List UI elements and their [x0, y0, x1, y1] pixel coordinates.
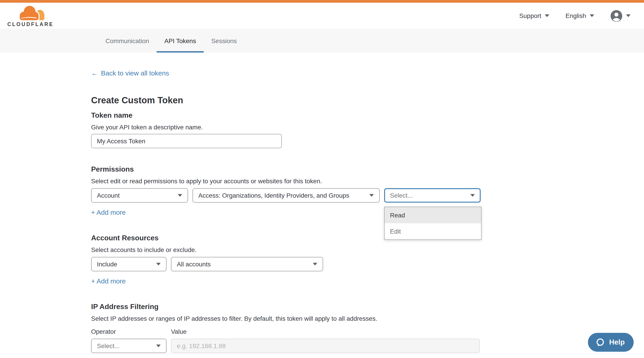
chevron-down-icon [470, 194, 475, 197]
ip-filtering-row: Select... [91, 339, 644, 353]
dropdown-option-read[interactable]: Read [384, 207, 481, 223]
tab-label: Communication [106, 37, 149, 44]
header-nav: Support English [519, 10, 630, 22]
language-menu[interactable]: English [566, 12, 594, 19]
permissions-add-more-link[interactable]: + Add more [91, 209, 126, 216]
language-menu-label: English [566, 12, 586, 19]
permission-level-select[interactable]: Select... [384, 188, 481, 203]
header: CLOUDFLARE Support English [0, 3, 644, 29]
permission-scope-value: Account [97, 192, 120, 199]
tab-label: API Tokens [164, 37, 196, 44]
ip-filtering-heading: IP Address Filtering [91, 303, 644, 311]
tab-label: Sessions [212, 37, 237, 44]
token-name-description: Give your API token a descriptive name. [91, 124, 644, 131]
resource-accounts-select[interactable]: All accounts [171, 257, 323, 271]
value-label: Value [171, 328, 187, 335]
resource-mode-value: Include [97, 260, 117, 268]
permissions-description: Select edit or read permissions to apply… [91, 177, 644, 185]
permission-resource-select[interactable]: Access: Organizations, Identity Provider… [192, 188, 380, 203]
tab-api-tokens[interactable]: API Tokens [157, 29, 204, 53]
page: CLOUDFLARE Support English Com [0, 0, 644, 358]
operator-label: Operator [91, 328, 171, 335]
brand-accent-bar [0, 0, 644, 3]
permission-resource-value: Access: Organizations, Identity Provider… [198, 192, 349, 199]
page-title: Create Custom Token [91, 94, 644, 106]
resource-mode-select[interactable]: Include [91, 257, 166, 271]
ip-filtering-labels: Operator Value [91, 328, 644, 335]
chevron-down-icon [369, 194, 374, 197]
chevron-down-icon [156, 263, 161, 265]
ip-operator-select[interactable]: Select... [91, 339, 166, 353]
tab-communication[interactable]: Communication [98, 29, 157, 53]
chat-bubble-icon [596, 337, 605, 347]
cloudflare-logo[interactable]: CLOUDFLARE [8, 5, 53, 27]
permission-scope-select[interactable]: Account [91, 188, 188, 203]
left-arrow-icon: ← [91, 69, 98, 78]
dropdown-option-edit[interactable]: Edit [384, 223, 481, 239]
account-resources-add-more-link[interactable]: + Add more [91, 278, 126, 285]
account-resources-row: Include All accounts [91, 257, 644, 271]
support-menu[interactable]: Support [519, 12, 549, 19]
token-name-input[interactable] [91, 134, 282, 148]
tab-sessions[interactable]: Sessions [204, 29, 244, 53]
chevron-down-icon [156, 344, 161, 347]
account-resources-heading: Account Resources [91, 234, 644, 242]
chevron-down-icon [590, 14, 594, 17]
account-menu[interactable] [610, 10, 630, 22]
chevron-down-icon [313, 263, 317, 265]
permission-level-placeholder: Select... [390, 192, 413, 199]
back-link-label: Back to view all tokens [101, 69, 169, 78]
cloudflare-cloud-icon [16, 5, 45, 22]
permissions-row: Account Access: Organizations, Identity … [91, 188, 644, 203]
help-button-label: Help [609, 338, 625, 346]
user-avatar-icon [610, 10, 622, 22]
chevron-down-icon [545, 14, 549, 17]
ip-value-input[interactable] [171, 339, 480, 353]
chevron-down-icon [626, 14, 630, 17]
token-name-heading: Token name [91, 111, 644, 120]
chevron-down-icon [178, 194, 182, 197]
tab-bar: Communication API Tokens Sessions [0, 29, 644, 53]
main-content: ← Back to view all tokens Create Custom … [0, 53, 644, 353]
ip-operator-placeholder: Select... [97, 342, 120, 349]
help-button[interactable]: Help [588, 333, 634, 352]
back-to-tokens-link[interactable]: ← Back to view all tokens [91, 69, 169, 78]
ip-filtering-description: Select IP addresses or ranges of IP addr… [91, 315, 644, 322]
account-resources-description: Select accounts to include or exclude. [91, 246, 644, 253]
support-menu-label: Support [519, 12, 541, 19]
resource-accounts-value: All accounts [177, 260, 211, 268]
cloudflare-wordmark: CLOUDFLARE [8, 22, 54, 27]
permissions-heading: Permissions [91, 165, 644, 173]
permission-level-dropdown-menu: Read Edit [384, 207, 482, 240]
